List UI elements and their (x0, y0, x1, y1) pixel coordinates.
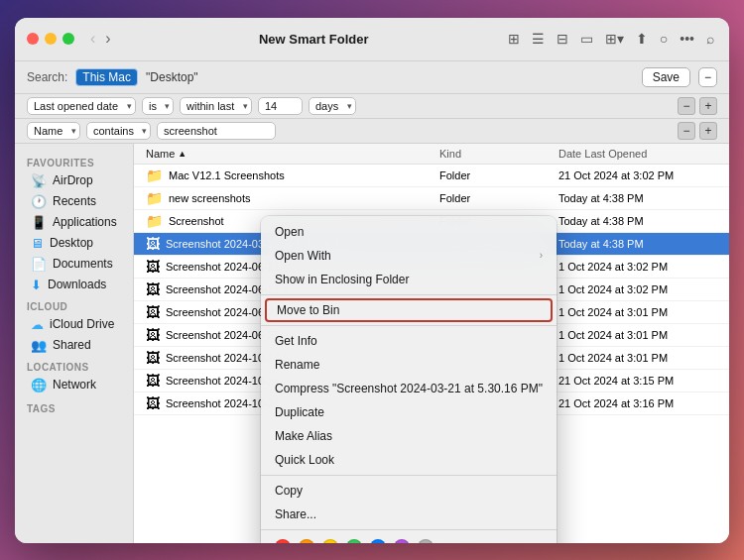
maximize-button[interactable] (62, 33, 74, 45)
group-icon[interactable]: ⊞▾ (602, 28, 627, 50)
back-button[interactable]: ‹ (86, 29, 99, 49)
sidebar-item-downloads[interactable]: ⬇ Downloads (19, 275, 129, 295)
cm-chevron-icon: › (540, 250, 543, 261)
file-name: Mac V12.1 Screenshots (169, 169, 285, 181)
file-row[interactable]: 📁 Mac V12.1 Screenshots Folder 21 Oct 20… (134, 165, 729, 187)
file-date: 21 Oct 2024 at 3:02 PM (558, 169, 717, 181)
save-button[interactable]: Save (642, 67, 690, 87)
cm-open[interactable]: Open (261, 220, 557, 244)
cm-copy[interactable]: Copy (261, 479, 557, 503)
file-icon: 🖼 (146, 350, 160, 366)
sidebar-item-network[interactable]: 🌐 Network (19, 375, 129, 395)
search-label: Search: (27, 70, 67, 84)
file-name: Screenshot (169, 215, 224, 227)
cm-compress[interactable]: Compress "Screenshot 2024-03-21 at 5.30.… (261, 377, 557, 400)
color-tag-blue-dot[interactable] (370, 539, 386, 543)
filter2-minus-button[interactable]: − (678, 122, 695, 140)
filter2-operator-select[interactable]: contains (86, 122, 151, 140)
sidebar-item-label-shared: Shared (53, 338, 91, 352)
search-bar: Search: This Mac "Desktop" Save − (15, 61, 729, 94)
forward-button[interactable]: › (101, 29, 114, 49)
gallery-view-icon[interactable]: ▭ (577, 28, 596, 50)
column-view-icon[interactable]: ⊟ (554, 28, 571, 50)
tag-icon[interactable]: ○ (657, 28, 671, 50)
cm-open-with[interactable]: Open With › (261, 244, 557, 268)
file-icon: 🖼 (146, 236, 160, 252)
cm-duplicate[interactable]: Duplicate (261, 400, 557, 424)
cm-show-enclosing[interactable]: Show in Enclosing Folder (261, 268, 557, 291)
file-name-cell: 📁 new screenshots (146, 190, 439, 206)
file-name-cell: 📁 Mac V12.1 Screenshots (146, 168, 439, 183)
filter1-criterion-select[interactable]: Last opened date (27, 97, 136, 115)
cm-get-info[interactable]: Get Info (261, 329, 557, 353)
cm-rename[interactable]: Rename (261, 353, 557, 377)
file-icon: 🖼 (146, 304, 160, 320)
cm-move-to-bin[interactable]: Move to Bin (265, 298, 553, 322)
filter2-value-input[interactable] (157, 122, 276, 140)
applications-icon: 📱 (31, 215, 47, 230)
filter1-plus-button[interactable]: + (699, 97, 717, 115)
network-icon: 🌐 (31, 378, 47, 392)
cm-separator-4 (261, 529, 557, 530)
search-minus-button[interactable]: − (698, 67, 717, 87)
color-tag-green-dot[interactable] (346, 539, 362, 543)
file-row[interactable]: 📁 new screenshots Folder Today at 4:38 P… (134, 187, 729, 210)
sidebar-item-applications[interactable]: 📱 Applications (19, 212, 129, 233)
cm-quick-look[interactable]: Quick Look (261, 448, 557, 472)
filter1-operator-select[interactable]: is (142, 97, 174, 115)
sidebar-item-label-icloud-drive: iCloud Drive (50, 317, 114, 331)
color-tag-red-dot[interactable] (275, 539, 291, 543)
nav-arrows: ‹ › (86, 29, 115, 49)
sidebar-item-airdrop[interactable]: 📡 AirDrop (19, 170, 129, 191)
file-name: new screenshots (169, 192, 251, 204)
sidebar-item-desktop[interactable]: 🖥 Desktop (19, 233, 129, 254)
filter2-criterion-select[interactable]: Name (27, 122, 80, 140)
file-icon: 🖼 (146, 327, 160, 343)
col-header-name[interactable]: Name ▲ (146, 148, 439, 160)
desktop-tag[interactable]: "Desktop" (146, 70, 198, 84)
sidebar: Favourites 📡 AirDrop 🕐 Recents 📱 Applica… (15, 144, 134, 543)
file-icon: 📁 (146, 190, 163, 206)
file-icon: 🖼 (146, 259, 160, 275)
more-icon[interactable]: ••• (677, 28, 697, 50)
color-tag-orange-dot[interactable] (299, 539, 314, 543)
favourites-section-label: Favourites (15, 152, 133, 170)
sidebar-item-documents[interactable]: 📄 Documents (19, 254, 129, 275)
close-button[interactable] (27, 33, 39, 45)
col-header-date[interactable]: Date Last Opened (558, 148, 717, 160)
color-tag-yellow-dot[interactable] (322, 539, 338, 543)
file-kind: Folder (439, 169, 558, 181)
documents-icon: 📄 (31, 257, 47, 272)
locations-section-label: Locations (15, 356, 133, 375)
share-icon[interactable]: ⬆ (633, 28, 651, 50)
file-date: 1 Oct 2024 at 3:02 PM (558, 283, 717, 295)
desktop-icon: 🖥 (31, 236, 44, 251)
cm-share[interactable]: Share... (261, 503, 557, 526)
context-menu: Open Open With › Show in Enclosing Folde… (261, 216, 557, 543)
sidebar-item-label-documents: Documents (53, 257, 113, 271)
this-mac-tag[interactable]: This Mac (75, 68, 138, 86)
filter-row-2: Name contains − + (15, 119, 729, 144)
column-headers: Name ▲ Kind Date Last Opened (134, 144, 729, 165)
minimize-button[interactable] (45, 33, 57, 45)
filter2-plus-button[interactable]: + (699, 122, 717, 140)
filter1-minus-button[interactable]: − (678, 97, 695, 115)
list-view-icon[interactable]: ☰ (529, 28, 548, 50)
file-kind: Folder (439, 192, 558, 204)
cm-make-alias[interactable]: Make Alias (261, 424, 557, 448)
col-header-kind[interactable]: Kind (439, 148, 558, 160)
sidebar-item-shared[interactable]: 👥 Shared (19, 335, 129, 356)
sidebar-item-label-applications: Applications (53, 215, 117, 229)
color-tag-purple-dot[interactable] (394, 539, 410, 543)
filter-row-1: Last opened date is within last days − + (15, 94, 729, 119)
search-icon[interactable]: ⌕ (703, 28, 717, 50)
filter1-value-input[interactable] (258, 97, 303, 115)
color-tag-gray-dot[interactable] (418, 539, 434, 543)
tags-section-label: Tags (15, 395, 133, 416)
grid-view-icon[interactable]: ⊞ (505, 28, 523, 50)
sidebar-item-recents[interactable]: 🕐 Recents (19, 191, 129, 212)
sidebar-item-icloud-drive[interactable]: ☁ iCloud Drive (19, 314, 129, 335)
sidebar-item-label-desktop: Desktop (50, 236, 93, 250)
filter1-unit-select[interactable]: days (309, 97, 356, 115)
filter1-modifier-select[interactable]: within last (180, 97, 252, 115)
